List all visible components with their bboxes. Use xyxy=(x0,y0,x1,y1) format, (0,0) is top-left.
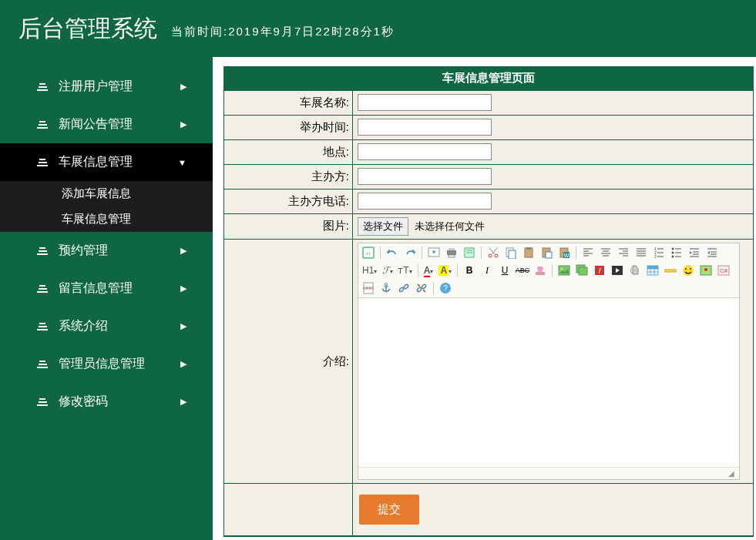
print-icon[interactable] xyxy=(445,247,458,259)
strike-icon[interactable]: ABC xyxy=(516,264,529,277)
undo-icon[interactable] xyxy=(386,247,398,259)
heading-select[interactable]: H1▾ xyxy=(362,265,377,276)
list-ordered-icon[interactable]: 123 xyxy=(653,247,665,259)
nav-news-mgmt[interactable]: 新闻公告管理 ▶ xyxy=(0,106,213,143)
stack-icon xyxy=(37,247,48,255)
input-name[interactable] xyxy=(358,94,492,111)
svg-text:3: 3 xyxy=(654,254,657,259)
svg-point-86 xyxy=(403,283,408,289)
template-icon[interactable] xyxy=(463,247,475,259)
input-host[interactable] xyxy=(358,168,492,185)
label-phone: 主办方电话: xyxy=(224,190,353,213)
textcolor-select[interactable]: A▾ xyxy=(424,265,434,276)
hr-icon[interactable] xyxy=(664,264,677,277)
editor-textarea[interactable] xyxy=(358,298,739,464)
svg-rect-15 xyxy=(526,247,531,250)
svg-point-44 xyxy=(672,252,674,254)
label-time: 举办时间: xyxy=(224,116,353,139)
map-icon[interactable] xyxy=(700,264,712,277)
label-image: 图片: xyxy=(224,214,353,239)
code-icon[interactable]: C# xyxy=(717,264,730,277)
paste-icon[interactable] xyxy=(522,247,535,259)
editor-toolbar: ‹› W xyxy=(358,243,739,298)
align-justify-icon[interactable] xyxy=(635,247,647,259)
input-time[interactable] xyxy=(358,119,492,136)
submenu-add-exhibition[interactable]: 添加车展信息 xyxy=(0,181,213,206)
svg-point-72 xyxy=(683,265,694,276)
fontsize-select[interactable]: ᴛT▾ xyxy=(398,265,412,276)
list-unordered-icon[interactable] xyxy=(670,247,683,259)
svg-text:W: W xyxy=(564,253,570,258)
cut-icon[interactable] xyxy=(487,247,499,259)
indent-icon[interactable] xyxy=(688,247,701,259)
svg-line-89 xyxy=(418,284,420,287)
svg-text:‹›: ‹› xyxy=(366,250,371,257)
stack-icon xyxy=(37,159,48,166)
redo-icon[interactable] xyxy=(404,247,416,259)
align-left-icon[interactable] xyxy=(582,247,594,259)
unlink-icon[interactable] xyxy=(415,282,428,294)
svg-rect-61 xyxy=(579,267,587,275)
label-host: 主办方: xyxy=(224,165,353,189)
bold-icon[interactable]: B xyxy=(463,264,475,277)
italic-icon[interactable]: I xyxy=(481,264,493,277)
svg-rect-13 xyxy=(509,250,516,259)
anchor-icon[interactable] xyxy=(380,282,392,294)
fontfamily-select[interactable]: ℱ▾ xyxy=(382,265,392,277)
label-intro: 介绍: xyxy=(224,240,353,483)
outdent-icon[interactable] xyxy=(706,247,718,259)
svg-point-85 xyxy=(398,287,404,292)
align-center-icon[interactable] xyxy=(600,247,612,259)
label-empty xyxy=(224,484,353,535)
stack-icon xyxy=(37,398,48,406)
copy-icon[interactable] xyxy=(505,247,517,259)
nav-admin-mgmt[interactable]: 管理员信息管理 ▶ xyxy=(0,345,213,383)
link-icon[interactable] xyxy=(398,282,410,294)
source-icon[interactable]: ‹› xyxy=(362,247,375,259)
flash-icon[interactable]: f xyxy=(593,264,606,277)
remove-format-icon[interactable] xyxy=(534,264,546,277)
app-title: 后台管理系统 xyxy=(18,13,157,45)
svg-point-43 xyxy=(672,248,674,250)
submit-button[interactable]: 提交 xyxy=(359,495,419,525)
svg-point-10 xyxy=(489,254,492,257)
submenu-manage-exhibition[interactable]: 车展信息管理 xyxy=(0,206,213,232)
nav-message-mgmt[interactable]: 留言信息管理 ▶ xyxy=(0,270,213,307)
label-name: 车展名称: xyxy=(224,91,353,115)
about-icon[interactable]: ? xyxy=(439,282,452,294)
media-icon[interactable] xyxy=(611,264,623,277)
svg-point-76 xyxy=(704,268,707,271)
svg-point-3 xyxy=(432,250,435,253)
preview-icon[interactable] xyxy=(428,247,440,259)
paste-text-icon[interactable] xyxy=(540,247,553,259)
nav-booking-mgmt[interactable]: 预约管理 ▶ xyxy=(0,232,213,270)
caret-right-icon: ▶ xyxy=(180,82,186,92)
table-icon[interactable] xyxy=(647,264,659,277)
multi-image-icon[interactable] xyxy=(576,264,588,277)
nav-change-password[interactable]: 修改密码 ▶ xyxy=(0,383,213,421)
nav-system-intro[interactable]: 系统介绍 ▶ xyxy=(0,307,213,345)
svg-text:C#: C# xyxy=(720,267,728,274)
panel-title: 车展信息管理页面 xyxy=(224,67,753,91)
resize-handle-icon[interactable]: ◢ xyxy=(358,467,739,479)
svg-text:?: ? xyxy=(443,284,448,293)
panel: 车展信息管理页面 车展名称: 举办时间: 地点: 主办方: 主办方电话: xyxy=(223,66,754,537)
nav-exhibition-mgmt[interactable]: 车展信息管理 ▼ xyxy=(0,143,213,181)
input-place[interactable] xyxy=(358,143,492,160)
input-phone[interactable] xyxy=(358,193,492,210)
svg-rect-6 xyxy=(449,255,455,257)
image-icon[interactable] xyxy=(558,264,570,277)
svg-point-88 xyxy=(421,283,426,289)
file-icon[interactable] xyxy=(629,264,641,277)
emoticon-icon[interactable] xyxy=(682,264,694,277)
submenu-exhibition: 添加车展信息 车展信息管理 xyxy=(0,181,213,232)
pagebreak-icon[interactable] xyxy=(362,282,375,294)
bgcolor-select[interactable]: A▾ xyxy=(438,265,452,276)
underline-icon[interactable]: U xyxy=(499,264,511,277)
paste-word-icon[interactable]: W xyxy=(558,247,570,259)
label-place: 地点: xyxy=(224,140,353,164)
file-choose-button[interactable]: 选择文件 xyxy=(358,217,408,236)
caret-right-icon: ▶ xyxy=(180,119,186,129)
align-right-icon[interactable] xyxy=(617,247,630,259)
nav-user-mgmt[interactable]: 注册用户管理 ▶ xyxy=(0,68,213,106)
